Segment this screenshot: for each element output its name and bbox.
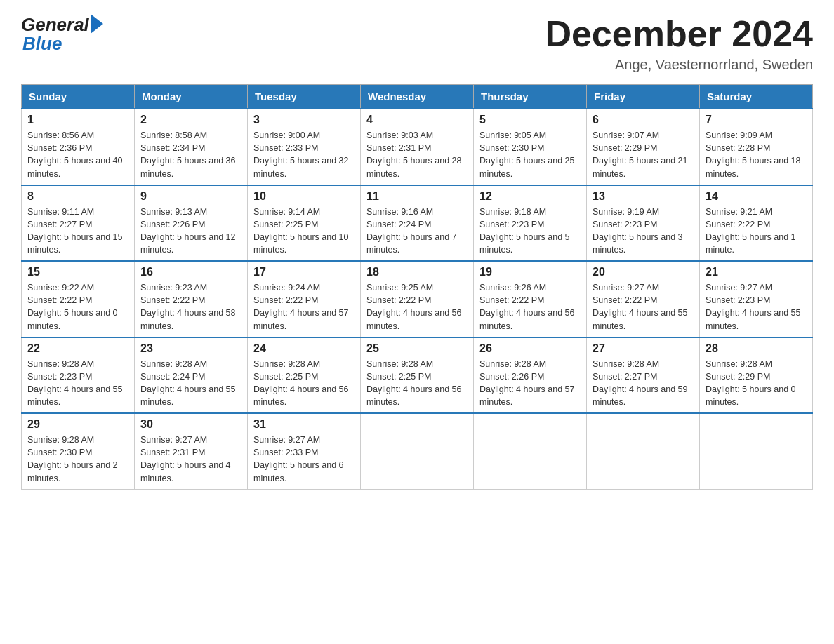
day-info: Sunrise: 9:28 AMSunset: 2:27 PMDaylight:… — [593, 358, 694, 409]
day-number: 12 — [479, 190, 581, 203]
calendar-day-cell: 4Sunrise: 9:03 AMSunset: 2:31 PMDaylight… — [361, 109, 474, 185]
day-number: 17 — [253, 266, 355, 279]
day-info: Sunrise: 8:58 AMSunset: 2:34 PMDaylight:… — [140, 129, 241, 180]
calendar-day-cell: 22Sunrise: 9:28 AMSunset: 2:23 PMDayligh… — [22, 337, 135, 414]
day-number: 26 — [479, 342, 581, 355]
title-area: December 2024 Ange, Vaesternorrland, Swe… — [545, 14, 813, 73]
day-info: Sunrise: 9:23 AMSunset: 2:22 PMDaylight:… — [140, 281, 241, 333]
calendar-day-cell: 29Sunrise: 9:28 AMSunset: 2:30 PMDayligh… — [22, 413, 135, 489]
calendar-day-cell: 31Sunrise: 9:27 AMSunset: 2:33 PMDayligh… — [248, 413, 361, 489]
day-info: Sunrise: 9:28 AMSunset: 2:23 PMDaylight:… — [27, 358, 128, 409]
calendar-day-cell: 1Sunrise: 8:56 AMSunset: 2:36 PMDaylight… — [22, 109, 135, 185]
day-number: 2 — [140, 114, 241, 126]
day-number: 13 — [593, 190, 694, 203]
day-info: Sunrise: 9:27 AMSunset: 2:33 PMDaylight:… — [253, 434, 355, 485]
calendar-day-cell: 14Sunrise: 9:21 AMSunset: 2:22 PMDayligh… — [700, 185, 813, 262]
empty-cell — [361, 413, 474, 489]
calendar-day-cell: 12Sunrise: 9:18 AMSunset: 2:23 PMDayligh… — [474, 185, 587, 262]
calendar-day-cell: 26Sunrise: 9:28 AMSunset: 2:26 PMDayligh… — [474, 337, 587, 414]
day-number: 11 — [366, 190, 468, 203]
calendar-header-row: SundayMondayTuesdayWednesdayThursdayFrid… — [22, 85, 813, 109]
day-info: Sunrise: 9:22 AMSunset: 2:22 PMDaylight:… — [27, 281, 128, 333]
calendar-day-cell: 20Sunrise: 9:27 AMSunset: 2:22 PMDayligh… — [587, 261, 700, 337]
day-number: 7 — [706, 114, 807, 126]
logo-arrow-icon — [91, 14, 103, 34]
calendar-day-cell: 5Sunrise: 9:05 AMSunset: 2:30 PMDaylight… — [474, 109, 587, 185]
calendar-day-cell: 7Sunrise: 9:09 AMSunset: 2:28 PMDaylight… — [700, 109, 813, 185]
day-number: 21 — [706, 266, 807, 279]
logo-blue-text: Blue — [22, 33, 62, 55]
calendar-day-cell: 28Sunrise: 9:28 AMSunset: 2:29 PMDayligh… — [700, 337, 813, 414]
calendar-day-cell: 2Sunrise: 8:58 AMSunset: 2:34 PMDaylight… — [135, 109, 248, 185]
calendar-day-cell: 18Sunrise: 9:25 AMSunset: 2:22 PMDayligh… — [361, 261, 474, 337]
calendar-week-row: 8Sunrise: 9:11 AMSunset: 2:27 PMDaylight… — [22, 185, 813, 262]
day-number: 9 — [140, 190, 241, 203]
day-info: Sunrise: 8:56 AMSunset: 2:36 PMDaylight:… — [27, 129, 128, 180]
calendar-day-cell: 6Sunrise: 9:07 AMSunset: 2:29 PMDaylight… — [587, 109, 700, 185]
day-info: Sunrise: 9:28 AMSunset: 2:30 PMDaylight:… — [27, 434, 128, 485]
calendar-day-cell: 23Sunrise: 9:28 AMSunset: 2:24 PMDayligh… — [135, 337, 248, 414]
day-info: Sunrise: 9:09 AMSunset: 2:28 PMDaylight:… — [706, 129, 807, 180]
day-number: 4 — [366, 114, 468, 126]
calendar-day-cell: 24Sunrise: 9:28 AMSunset: 2:25 PMDayligh… — [248, 337, 361, 414]
empty-cell — [474, 413, 587, 489]
calendar-header-sunday: Sunday — [22, 85, 135, 109]
day-number: 25 — [366, 342, 468, 355]
calendar-day-cell: 10Sunrise: 9:14 AMSunset: 2:25 PMDayligh… — [248, 185, 361, 262]
day-info: Sunrise: 9:28 AMSunset: 2:26 PMDaylight:… — [479, 358, 581, 409]
day-info: Sunrise: 9:28 AMSunset: 2:25 PMDaylight:… — [366, 358, 468, 409]
day-number: 20 — [593, 266, 694, 279]
day-number: 19 — [479, 266, 581, 279]
calendar-table: SundayMondayTuesdayWednesdayThursdayFrid… — [21, 84, 813, 490]
day-number: 23 — [140, 342, 241, 355]
calendar-header-friday: Friday — [587, 85, 700, 109]
day-info: Sunrise: 9:28 AMSunset: 2:29 PMDaylight:… — [706, 358, 807, 409]
calendar-day-cell: 25Sunrise: 9:28 AMSunset: 2:25 PMDayligh… — [361, 337, 474, 414]
calendar-header-wednesday: Wednesday — [361, 85, 474, 109]
calendar-header-tuesday: Tuesday — [248, 85, 361, 109]
calendar-week-row: 29Sunrise: 9:28 AMSunset: 2:30 PMDayligh… — [22, 413, 813, 489]
logo: General Blue — [21, 14, 103, 55]
calendar-day-cell: 27Sunrise: 9:28 AMSunset: 2:27 PMDayligh… — [587, 337, 700, 414]
calendar-day-cell: 30Sunrise: 9:27 AMSunset: 2:31 PMDayligh… — [135, 413, 248, 489]
day-number: 29 — [27, 418, 128, 431]
day-number: 5 — [479, 114, 581, 126]
day-info: Sunrise: 9:16 AMSunset: 2:24 PMDaylight:… — [366, 206, 468, 257]
day-number: 28 — [706, 342, 807, 355]
day-info: Sunrise: 9:21 AMSunset: 2:22 PMDaylight:… — [706, 206, 807, 257]
day-info: Sunrise: 9:03 AMSunset: 2:31 PMDaylight:… — [366, 129, 468, 180]
day-info: Sunrise: 9:26 AMSunset: 2:22 PMDaylight:… — [479, 281, 581, 333]
day-number: 8 — [27, 190, 128, 203]
empty-cell — [587, 413, 700, 489]
day-info: Sunrise: 9:19 AMSunset: 2:23 PMDaylight:… — [593, 206, 694, 257]
calendar-day-cell: 16Sunrise: 9:23 AMSunset: 2:22 PMDayligh… — [135, 261, 248, 337]
calendar-week-row: 15Sunrise: 9:22 AMSunset: 2:22 PMDayligh… — [22, 261, 813, 337]
calendar-header-monday: Monday — [135, 85, 248, 109]
page-header: General Blue December 2024 Ange, Vaester… — [21, 14, 813, 73]
day-info: Sunrise: 9:13 AMSunset: 2:26 PMDaylight:… — [140, 206, 241, 257]
day-info: Sunrise: 9:24 AMSunset: 2:22 PMDaylight:… — [253, 281, 355, 333]
month-title: December 2024 — [545, 14, 813, 54]
calendar-day-cell: 3Sunrise: 9:00 AMSunset: 2:33 PMDaylight… — [248, 109, 361, 185]
day-number: 31 — [253, 418, 355, 431]
day-info: Sunrise: 9:00 AMSunset: 2:33 PMDaylight:… — [253, 129, 355, 180]
calendar-day-cell: 21Sunrise: 9:27 AMSunset: 2:23 PMDayligh… — [700, 261, 813, 337]
empty-cell — [700, 413, 813, 489]
day-number: 15 — [27, 266, 128, 279]
day-number: 30 — [140, 418, 241, 431]
calendar-day-cell: 19Sunrise: 9:26 AMSunset: 2:22 PMDayligh… — [474, 261, 587, 337]
location-text: Ange, Vaesternorrland, Sweden — [545, 57, 813, 73]
day-number: 14 — [706, 190, 807, 203]
day-info: Sunrise: 9:11 AMSunset: 2:27 PMDaylight:… — [27, 206, 128, 257]
day-number: 6 — [593, 114, 694, 126]
calendar-header-saturday: Saturday — [700, 85, 813, 109]
day-info: Sunrise: 9:05 AMSunset: 2:30 PMDaylight:… — [479, 129, 581, 180]
day-info: Sunrise: 9:28 AMSunset: 2:24 PMDaylight:… — [140, 358, 241, 409]
day-info: Sunrise: 9:27 AMSunset: 2:31 PMDaylight:… — [140, 434, 241, 485]
day-number: 22 — [27, 342, 128, 355]
calendar-week-row: 22Sunrise: 9:28 AMSunset: 2:23 PMDayligh… — [22, 337, 813, 414]
calendar-day-cell: 15Sunrise: 9:22 AMSunset: 2:22 PMDayligh… — [22, 261, 135, 337]
day-number: 10 — [253, 190, 355, 203]
day-info: Sunrise: 9:18 AMSunset: 2:23 PMDaylight:… — [479, 206, 581, 257]
calendar-day-cell: 9Sunrise: 9:13 AMSunset: 2:26 PMDaylight… — [135, 185, 248, 262]
